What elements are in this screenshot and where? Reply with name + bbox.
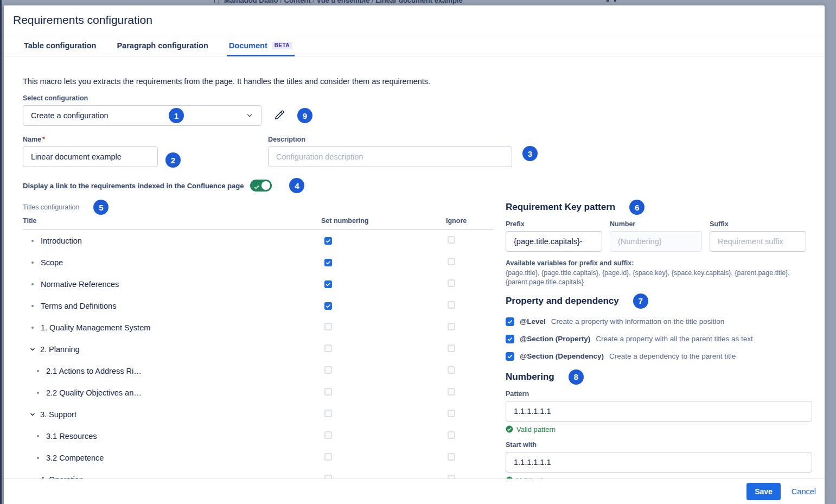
table-row: 3. Support: [23, 404, 494, 425]
property-dependency-heading: Property and dependency: [506, 296, 619, 307]
ignore-cell: [446, 344, 494, 354]
pattern-valid-text: Valid pattern: [516, 425, 556, 433]
set-numbering-cell: [321, 366, 446, 376]
row-title-cell: Terms and Definitions: [23, 302, 321, 310]
toggle-knob: [261, 181, 270, 190]
table-row: 1. Quality Management System: [23, 317, 494, 339]
ignore-checkbox[interactable]: [448, 258, 455, 265]
step-badge-2: 2: [165, 152, 181, 168]
display-link-toggle[interactable]: [250, 180, 272, 192]
set-numbering-checkbox[interactable]: [324, 259, 332, 266]
cancel-button[interactable]: Cancel: [792, 487, 816, 496]
name-input[interactable]: [23, 146, 158, 167]
page-title: Requirements configuration: [13, 14, 152, 27]
step-badge-1: 1: [169, 108, 184, 123]
ignore-checkbox[interactable]: [448, 410, 455, 417]
property-name: @Section (Property): [520, 335, 590, 343]
breadcrumb-item[interactable]: Content: [284, 0, 311, 4]
table-row: 3.1 Resources: [23, 425, 494, 447]
property-checkbox[interactable]: [506, 317, 514, 326]
settings-panel: Requirement Key pattern 6 Prefix Number …: [506, 200, 812, 504]
tab-paragraph-configuration[interactable]: Paragraph configuration: [114, 36, 210, 56]
step-badge-4: 4: [289, 178, 304, 193]
step-badge-5: 5: [93, 200, 109, 215]
titles-configuration-panel: Titles configuration 5 Title Set numberi…: [23, 200, 494, 504]
breadcrumb-item[interactable]: Mamadou Diallo: [224, 0, 278, 4]
top-bar-icons: [607, 0, 616, 2]
available-variables-heading: Available variables for prefix and suffi…: [506, 259, 812, 267]
row-title-cell: 3.2 Competence: [23, 454, 321, 462]
breadcrumb-item[interactable]: Linear document example: [375, 0, 462, 4]
suffix-input[interactable]: [710, 231, 806, 252]
titles-configuration-label: Titles configuration: [23, 203, 79, 211]
property-checkbox[interactable]: [506, 352, 514, 361]
bullet-icon: [31, 305, 34, 307]
ignore-checkbox[interactable]: [448, 344, 455, 352]
set-numbering-checkbox[interactable]: [324, 453, 332, 461]
step-badge-7: 7: [633, 294, 648, 309]
set-numbering-checkbox[interactable]: [324, 302, 332, 310]
row-title: 2.1 Actions to Address Ri…: [46, 367, 142, 375]
property-description: Create a dependency to the parent title: [609, 352, 736, 360]
pattern-input[interactable]: [506, 401, 812, 422]
set-numbering-cell: [321, 344, 446, 354]
tab-document[interactable]: Document BETA: [227, 36, 295, 56]
description-input[interactable]: [268, 146, 512, 167]
chevron-down-icon[interactable]: [29, 411, 36, 418]
display-link-label: Display a link to the requirements index…: [23, 182, 244, 190]
set-numbering-checkbox[interactable]: [324, 410, 332, 417]
set-numbering-checkbox[interactable]: [324, 280, 332, 288]
set-numbering-checkbox[interactable]: [324, 344, 332, 352]
ignore-checkbox[interactable]: [448, 388, 455, 395]
start-with-input[interactable]: [506, 452, 812, 473]
ignore-checkbox[interactable]: [448, 366, 455, 374]
chevron-down-icon[interactable]: [29, 346, 36, 353]
numbering-heading: Numbering: [506, 372, 554, 382]
requirement-key-pattern-heading: Requirement Key pattern: [506, 202, 615, 213]
set-numbering-checkbox[interactable]: [324, 323, 332, 330]
select-configuration-label: Select configuration: [23, 94, 806, 102]
ignore-cell: [446, 301, 494, 311]
set-numbering-cell: [321, 236, 446, 246]
ignore-checkbox[interactable]: [448, 453, 455, 461]
ignore-checkbox[interactable]: [448, 279, 455, 287]
prefix-input[interactable]: [506, 231, 602, 252]
set-numbering-checkbox[interactable]: [324, 366, 332, 374]
ignore-checkbox[interactable]: [448, 323, 455, 330]
ignore-cell: [446, 453, 494, 463]
table-row: Terms and Definitions: [23, 295, 494, 317]
row-title: Normative References: [41, 280, 119, 289]
column-header-ignore: Ignore: [446, 217, 494, 225]
set-numbering-checkbox[interactable]: [324, 431, 332, 439]
tab-table-configuration[interactable]: Table configuration: [22, 36, 98, 56]
set-numbering-checkbox[interactable]: [324, 388, 332, 395]
step-badge-3: 3: [522, 146, 538, 161]
ignore-cell: [446, 388, 494, 398]
set-numbering-cell: [321, 410, 446, 419]
ignore-checkbox[interactable]: [448, 301, 455, 309]
property-checkbox[interactable]: [506, 335, 514, 343]
configuration-select[interactable]: Create a configuration 1: [23, 105, 261, 126]
table-row: 3.2 Competence: [23, 447, 494, 469]
breadcrumb-item[interactable]: Vue d'ensemble: [316, 0, 369, 4]
row-title-cell: 2.2 Quality Objectives an…: [23, 388, 321, 397]
row-title: 3. Support: [40, 410, 76, 419]
ignore-checkbox[interactable]: [448, 236, 455, 244]
dialog-header: Requirements configuration: [4, 5, 825, 35]
step-badge-9: 9: [297, 108, 312, 123]
page-left-edge: [0, 0, 2, 504]
number-label: Number: [610, 220, 702, 228]
edit-configuration-button[interactable]: [272, 108, 286, 124]
save-button[interactable]: Save: [746, 483, 781, 500]
bullet-icon: [31, 240, 34, 242]
row-title-cell: Introduction: [23, 237, 321, 245]
set-numbering-cell: [321, 453, 446, 463]
property-item: @LevelCreate a property with information…: [506, 317, 812, 326]
bullet-icon: [31, 327, 34, 329]
property-description: Create a property with all the parent ti…: [596, 335, 753, 343]
prefix-label: Prefix: [506, 220, 602, 228]
ignore-checkbox[interactable]: [448, 431, 455, 439]
set-numbering-checkbox[interactable]: [324, 237, 332, 245]
available-variables-list: {page.title}, {page.title.capitals}, {pa…: [506, 269, 793, 287]
breadcrumb-separator: /: [278, 0, 284, 4]
